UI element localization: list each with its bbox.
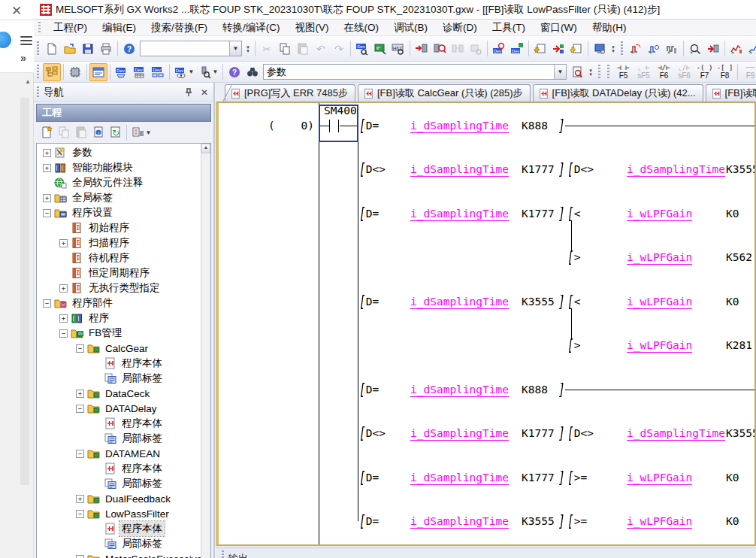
new-item-button[interactable] bbox=[38, 124, 55, 141]
menu-搜索/替换[interactable]: 搜索/替换(F) bbox=[144, 20, 215, 36]
tree-item[interactable]: +智能功能模块 bbox=[37, 160, 200, 175]
chevron-down-icon[interactable]: ▼ bbox=[189, 68, 195, 75]
editor-tab[interactable]: [FB]读取 DA bbox=[706, 84, 756, 102]
pin-icon[interactable] bbox=[182, 86, 195, 99]
chevron-down-icon[interactable]: ▼ bbox=[213, 68, 219, 75]
overlay-scrollbar[interactable] bbox=[20, 98, 29, 485]
tree-item[interactable]: 初始程序 bbox=[37, 220, 200, 235]
editor-tab[interactable]: [FB]读取 CalcGear (只读) (285)步 bbox=[358, 84, 531, 102]
toolbar-grip[interactable] bbox=[621, 41, 623, 56]
scroll-up-icon[interactable]: ▲ bbox=[201, 144, 210, 153]
expand-toggle-icon[interactable]: + bbox=[59, 284, 68, 293]
tree-item[interactable]: −程序设置 bbox=[37, 205, 200, 220]
chevron-down-icon[interactable]: ▼ bbox=[554, 65, 566, 79]
menu-在线[interactable]: 在线(O) bbox=[337, 20, 387, 36]
expand-toggle-icon[interactable]: − bbox=[43, 209, 51, 217]
chevron-down-icon[interactable]: ▼ bbox=[146, 129, 152, 136]
toolbar-overflow-icon[interactable]: ▾▾ bbox=[609, 41, 618, 57]
undo-button[interactable]: ↶ bbox=[312, 40, 330, 58]
sort-filter-button[interactable]: ▼ bbox=[129, 124, 153, 141]
expand-toggle-icon[interactable]: + bbox=[43, 149, 51, 157]
expand-toggle-icon[interactable]: − bbox=[76, 344, 84, 353]
expand-toggle-icon[interactable]: − bbox=[76, 405, 84, 413]
tree-item[interactable]: 待机程序 bbox=[37, 250, 200, 265]
panel-grip[interactable] bbox=[37, 86, 39, 99]
ladder-editor[interactable]: ( 0)SM400[D=i_dSamplingTimeK888][D<>i_dS… bbox=[216, 102, 756, 546]
toolbar-combo[interactable]: ▼ bbox=[140, 41, 242, 56]
scan-time-measure-button[interactable]: A bbox=[745, 40, 756, 58]
find-binoculars-button[interactable] bbox=[243, 63, 262, 81]
find-next-button[interactable] bbox=[568, 63, 586, 81]
tree-item[interactable]: −FB管理 bbox=[37, 326, 200, 341]
transfer-setup-button[interactable] bbox=[549, 40, 567, 58]
navigation-toggle-button[interactable] bbox=[43, 63, 61, 81]
menu-视图[interactable]: 视图(V) bbox=[288, 20, 337, 36]
tree-item[interactable]: +参数 bbox=[37, 145, 200, 160]
expand-toggle-icon[interactable]: − bbox=[76, 510, 84, 518]
tree-item[interactable]: −DATADelay bbox=[37, 401, 200, 416]
device-monitor-button[interactable]: Dev bbox=[490, 40, 508, 58]
tree-item[interactable]: +无执行类型指定 bbox=[37, 281, 200, 296]
sampling-trace-button[interactable] bbox=[727, 40, 745, 58]
ladder-symbol-F6-button[interactable]: ⊣/⊢F6 bbox=[654, 62, 674, 82]
tree-item[interactable]: 全局软元件注释 bbox=[37, 175, 200, 190]
expand-toggle-icon[interactable]: + bbox=[59, 314, 68, 323]
help-button[interactable]: ? bbox=[120, 40, 138, 58]
expand-toggle-icon[interactable]: + bbox=[76, 555, 84, 558]
open-project-button[interactable] bbox=[61, 40, 79, 58]
find-combo[interactable]: ▼ bbox=[263, 64, 567, 80]
watch-window-button[interactable] bbox=[686, 40, 704, 58]
toolbar-grip[interactable] bbox=[607, 65, 609, 80]
remote-operation-button[interactable] bbox=[591, 40, 609, 58]
toolbar-overflow-icon[interactable]: ▾▾ bbox=[243, 41, 253, 57]
device-comment-search-button[interactable]: Dev bbox=[353, 40, 371, 58]
output-panel[interactable]: 输出 bbox=[216, 547, 756, 558]
ladder-symbol-sF6-button[interactable]: ⌞/⊢sF6 bbox=[674, 62, 694, 82]
intelligent-monitor-button[interactable] bbox=[704, 40, 722, 58]
statement-jump-button[interactable] bbox=[531, 40, 549, 58]
ladder-symbol-F5-button[interactable]: ⊣ ⊢F5 bbox=[613, 62, 634, 82]
read-from-plc-button[interactable] bbox=[431, 40, 449, 58]
tree-item[interactable]: +DualFeedback bbox=[37, 491, 200, 506]
editor-tab[interactable]: [FB]读取 DATADelay (只读) (42... bbox=[533, 84, 703, 102]
redo-button[interactable]: ↷ bbox=[330, 40, 348, 58]
tree-item[interactable]: −程序部件 bbox=[37, 296, 200, 311]
ladder-symbol-F7-button[interactable]: -( )F7 bbox=[694, 62, 715, 82]
tree-item[interactable]: +DataCeck bbox=[37, 386, 200, 401]
project-section-header[interactable]: 工程 bbox=[36, 104, 211, 122]
expand-toggle-icon[interactable]: − bbox=[43, 299, 51, 308]
tree-item[interactable]: 程序本体 bbox=[37, 521, 200, 536]
hamburger-menu-icon[interactable] bbox=[20, 34, 32, 47]
expand-toggle-icon[interactable]: + bbox=[76, 390, 84, 398]
device-batch-button[interactable] bbox=[467, 40, 485, 58]
toolbar-grip[interactable] bbox=[38, 22, 41, 34]
tree-item[interactable]: +程序 bbox=[37, 311, 200, 326]
tree-item[interactable]: 局部标签 bbox=[37, 431, 200, 446]
copy-button[interactable] bbox=[276, 40, 294, 58]
cut-button[interactable]: ✂ bbox=[258, 40, 276, 58]
chevron-down-icon[interactable]: ▼ bbox=[229, 41, 241, 56]
menu-帮助[interactable]: 帮助(H) bbox=[585, 20, 634, 36]
expand-toggle-icon[interactable]: + bbox=[59, 239, 68, 247]
output-window-toggle-button[interactable] bbox=[89, 63, 107, 81]
close-panel-icon[interactable]: ✕ bbox=[198, 86, 211, 99]
ladder-symbol-F9-button[interactable]: ──F9 bbox=[740, 62, 756, 82]
paste-button[interactable] bbox=[294, 40, 312, 58]
monitor-stop-button[interactable] bbox=[645, 40, 663, 58]
refresh-button[interactable]: ↻ bbox=[107, 124, 124, 141]
tree-item[interactable]: 程序本体 bbox=[37, 416, 200, 431]
expand-toggle-icon[interactable]: − bbox=[76, 450, 84, 458]
device-test-button[interactable] bbox=[371, 40, 389, 58]
device-comment-display-button[interactable]: Dev bbox=[113, 63, 131, 81]
tree-item[interactable]: −LowPassFilter bbox=[37, 506, 200, 521]
expand-toggle-icon[interactable]: + bbox=[43, 164, 51, 172]
copy-item-button[interactable] bbox=[55, 124, 72, 141]
monitor-start-button[interactable] bbox=[627, 40, 645, 58]
tree-item[interactable]: 局部标签 bbox=[37, 476, 200, 491]
tree-item[interactable]: 程序本体 bbox=[37, 356, 200, 371]
tree-item[interactable]: +扫描程序 bbox=[37, 235, 200, 250]
expand-toggle-icon[interactable]: − bbox=[59, 329, 68, 338]
toolbar-grip[interactable] bbox=[37, 41, 39, 56]
toolbar-combo-input[interactable] bbox=[141, 42, 229, 55]
collapse-chevrons-icon[interactable]: » bbox=[20, 52, 26, 64]
